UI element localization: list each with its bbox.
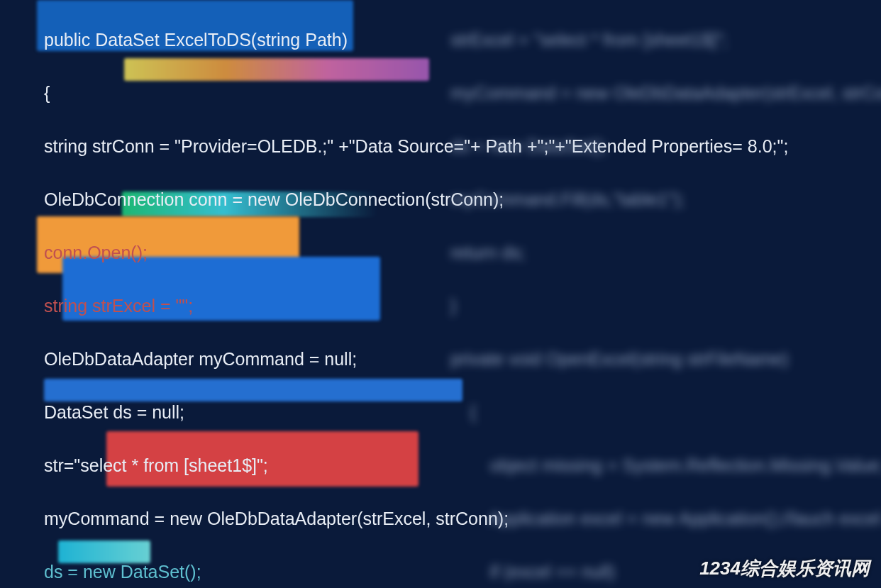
blur-line: private void OpenExcel(string strFileNam…	[450, 346, 881, 373]
blur-line: object missing = System.Reflection.Missi…	[450, 453, 881, 479]
blur-line: myCommand = new OleDbDataAdapter(strExce…	[450, 80, 881, 107]
blur-line: ds = new DataSet();	[450, 133, 881, 160]
blur-line: strExcel = "select * from [sheet1$]";	[450, 27, 881, 54]
blur-line: myCommand.Fill(ds,"table1");	[450, 187, 881, 213]
blur-line: {	[450, 399, 881, 426]
blur-line: Application excel = new Application();//…	[450, 506, 881, 533]
blurred-code-column: strExcel = "select * from [sheet1$]"; my…	[450, 0, 881, 588]
watermark-text: 1234综合娱乐资讯网	[699, 556, 870, 581]
blur-line: }	[450, 293, 881, 320]
blur-line: return ds;	[450, 240, 881, 267]
